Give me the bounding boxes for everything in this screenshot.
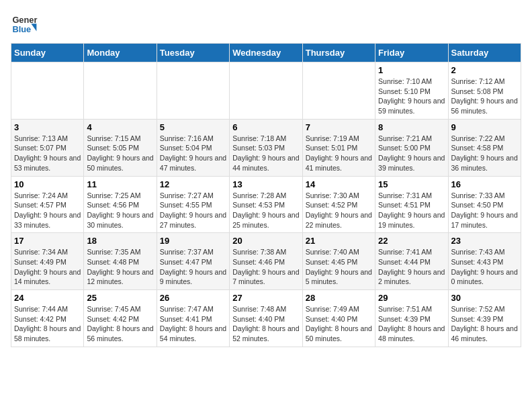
day-info: Sunrise: 7:27 AM Sunset: 4:55 PM Dayligh…: [160, 191, 226, 230]
day-cell: 20Sunrise: 7:38 AM Sunset: 4:46 PM Dayli…: [230, 233, 302, 290]
day-number: 20: [232, 236, 299, 246]
day-cell: 24Sunrise: 7:44 AM Sunset: 4:42 PM Dayli…: [11, 290, 84, 347]
day-info: Sunrise: 7:49 AM Sunset: 4:40 PM Dayligh…: [306, 304, 372, 344]
day-number: 2: [451, 65, 518, 75]
header-monday: Monday: [84, 44, 157, 62]
day-info: Sunrise: 7:35 AM Sunset: 4:48 PM Dayligh…: [87, 247, 153, 287]
day-info: Sunrise: 7:21 AM Sunset: 5:00 PM Dayligh…: [378, 134, 445, 173]
day-number: 30: [451, 293, 518, 303]
day-cell: 1Sunrise: 7:10 AM Sunset: 5:10 PM Daylig…: [375, 62, 448, 120]
day-cell: [302, 62, 375, 120]
day-cell: 29Sunrise: 7:51 AM Sunset: 4:39 PM Dayli…: [375, 290, 448, 347]
day-info: Sunrise: 7:19 AM Sunset: 5:01 PM Dayligh…: [306, 134, 372, 173]
day-cell: 28Sunrise: 7:49 AM Sunset: 4:40 PM Dayli…: [302, 290, 375, 347]
day-info: Sunrise: 7:18 AM Sunset: 5:03 PM Dayligh…: [232, 134, 299, 173]
day-number: 24: [14, 293, 81, 303]
header-friday: Friday: [375, 44, 448, 62]
day-cell: 22Sunrise: 7:41 AM Sunset: 4:44 PM Dayli…: [375, 233, 448, 290]
header-wednesday: Wednesday: [230, 44, 302, 62]
day-info: Sunrise: 7:28 AM Sunset: 4:53 PM Dayligh…: [232, 191, 299, 230]
day-number: 22: [378, 236, 445, 246]
day-number: 10: [14, 179, 81, 189]
day-cell: 17Sunrise: 7:34 AM Sunset: 4:49 PM Dayli…: [11, 233, 84, 290]
day-cell: 23Sunrise: 7:43 AM Sunset: 4:43 PM Dayli…: [448, 233, 521, 290]
day-cell: 7Sunrise: 7:19 AM Sunset: 5:01 PM Daylig…: [302, 119, 375, 176]
day-info: Sunrise: 7:34 AM Sunset: 4:49 PM Dayligh…: [14, 247, 81, 287]
day-info: Sunrise: 7:37 AM Sunset: 4:47 PM Dayligh…: [160, 247, 226, 287]
day-cell: 10Sunrise: 7:24 AM Sunset: 4:57 PM Dayli…: [11, 176, 84, 233]
day-number: 15: [378, 179, 445, 189]
day-number: 21: [306, 236, 372, 246]
day-number: 23: [451, 236, 518, 246]
day-number: 6: [232, 122, 299, 132]
day-info: Sunrise: 7:30 AM Sunset: 4:52 PM Dayligh…: [306, 191, 372, 230]
day-info: Sunrise: 7:45 AM Sunset: 4:42 PM Dayligh…: [87, 304, 153, 344]
logo: GeneralBlue: [11, 11, 38, 38]
day-cell: 16Sunrise: 7:33 AM Sunset: 4:50 PM Dayli…: [448, 176, 521, 233]
day-cell: 18Sunrise: 7:35 AM Sunset: 4:48 PM Dayli…: [84, 233, 157, 290]
day-cell: 13Sunrise: 7:28 AM Sunset: 4:53 PM Dayli…: [230, 176, 302, 233]
calendar-table: SundayMondayTuesdayWednesdayThursdayFrid…: [11, 43, 521, 347]
day-number: 17: [14, 236, 81, 246]
svg-text:General: General: [12, 15, 38, 25]
day-number: 26: [160, 293, 226, 303]
day-info: Sunrise: 7:13 AM Sunset: 5:07 PM Dayligh…: [14, 134, 81, 173]
day-number: 29: [378, 293, 445, 303]
day-info: Sunrise: 7:43 AM Sunset: 4:43 PM Dayligh…: [451, 247, 518, 287]
day-number: 9: [451, 122, 518, 132]
day-cell: 15Sunrise: 7:31 AM Sunset: 4:51 PM Dayli…: [375, 176, 448, 233]
day-cell: 26Sunrise: 7:47 AM Sunset: 4:41 PM Dayli…: [157, 290, 229, 347]
day-info: Sunrise: 7:25 AM Sunset: 4:56 PM Dayligh…: [87, 191, 153, 230]
day-info: Sunrise: 7:12 AM Sunset: 5:08 PM Dayligh…: [451, 77, 518, 116]
week-row-3: 10Sunrise: 7:24 AM Sunset: 4:57 PM Dayli…: [11, 176, 521, 233]
day-cell: 11Sunrise: 7:25 AM Sunset: 4:56 PM Dayli…: [84, 176, 157, 233]
day-number: 18: [87, 236, 153, 246]
day-info: Sunrise: 7:52 AM Sunset: 4:39 PM Dayligh…: [451, 304, 518, 344]
day-info: Sunrise: 7:38 AM Sunset: 4:46 PM Dayligh…: [232, 247, 299, 287]
day-cell: [11, 62, 84, 120]
calendar-header-row: SundayMondayTuesdayWednesdayThursdayFrid…: [11, 44, 521, 62]
day-info: Sunrise: 7:51 AM Sunset: 4:39 PM Dayligh…: [378, 304, 445, 344]
day-cell: 3Sunrise: 7:13 AM Sunset: 5:07 PM Daylig…: [11, 119, 84, 176]
header-saturday: Saturday: [448, 44, 521, 62]
day-info: Sunrise: 7:16 AM Sunset: 5:04 PM Dayligh…: [160, 134, 226, 173]
day-number: 27: [232, 293, 299, 303]
day-cell: 19Sunrise: 7:37 AM Sunset: 4:47 PM Dayli…: [157, 233, 229, 290]
day-cell: 4Sunrise: 7:15 AM Sunset: 5:05 PM Daylig…: [84, 119, 157, 176]
week-row-1: 1Sunrise: 7:10 AM Sunset: 5:10 PM Daylig…: [11, 62, 521, 120]
day-number: 11: [87, 179, 153, 189]
day-cell: 14Sunrise: 7:30 AM Sunset: 4:52 PM Dayli…: [302, 176, 375, 233]
day-number: 4: [87, 122, 153, 132]
day-cell: 21Sunrise: 7:40 AM Sunset: 4:45 PM Dayli…: [302, 233, 375, 290]
day-info: Sunrise: 7:15 AM Sunset: 5:05 PM Dayligh…: [87, 134, 153, 173]
day-number: 8: [378, 122, 445, 132]
day-number: 3: [14, 122, 81, 132]
header-tuesday: Tuesday: [157, 44, 229, 62]
day-cell: [157, 62, 229, 120]
day-cell: 5Sunrise: 7:16 AM Sunset: 5:04 PM Daylig…: [157, 119, 229, 176]
day-cell: 9Sunrise: 7:22 AM Sunset: 4:58 PM Daylig…: [448, 119, 521, 176]
day-cell: 30Sunrise: 7:52 AM Sunset: 4:39 PM Dayli…: [448, 290, 521, 347]
day-info: Sunrise: 7:24 AM Sunset: 4:57 PM Dayligh…: [14, 191, 81, 230]
day-number: 5: [160, 122, 226, 132]
week-row-4: 17Sunrise: 7:34 AM Sunset: 4:49 PM Dayli…: [11, 233, 521, 290]
logo-icon: GeneralBlue: [11, 11, 38, 38]
day-number: 14: [306, 179, 372, 189]
week-row-5: 24Sunrise: 7:44 AM Sunset: 4:42 PM Dayli…: [11, 290, 521, 347]
day-info: Sunrise: 7:41 AM Sunset: 4:44 PM Dayligh…: [378, 247, 445, 287]
header-sunday: Sunday: [11, 44, 84, 62]
day-number: 1: [378, 65, 445, 75]
day-cell: [84, 62, 157, 120]
day-cell: 2Sunrise: 7:12 AM Sunset: 5:08 PM Daylig…: [448, 62, 521, 120]
day-cell: 8Sunrise: 7:21 AM Sunset: 5:00 PM Daylig…: [375, 119, 448, 176]
day-cell: 6Sunrise: 7:18 AM Sunset: 5:03 PM Daylig…: [230, 119, 302, 176]
day-info: Sunrise: 7:44 AM Sunset: 4:42 PM Dayligh…: [14, 304, 81, 344]
day-info: Sunrise: 7:31 AM Sunset: 4:51 PM Dayligh…: [378, 191, 445, 230]
day-info: Sunrise: 7:33 AM Sunset: 4:50 PM Dayligh…: [451, 191, 518, 230]
day-cell: 12Sunrise: 7:27 AM Sunset: 4:55 PM Dayli…: [157, 176, 229, 233]
day-number: 19: [160, 236, 226, 246]
day-info: Sunrise: 7:47 AM Sunset: 4:41 PM Dayligh…: [160, 304, 226, 344]
header: GeneralBlue: [11, 11, 521, 38]
day-cell: 27Sunrise: 7:48 AM Sunset: 4:40 PM Dayli…: [230, 290, 302, 347]
day-cell: 25Sunrise: 7:45 AM Sunset: 4:42 PM Dayli…: [84, 290, 157, 347]
